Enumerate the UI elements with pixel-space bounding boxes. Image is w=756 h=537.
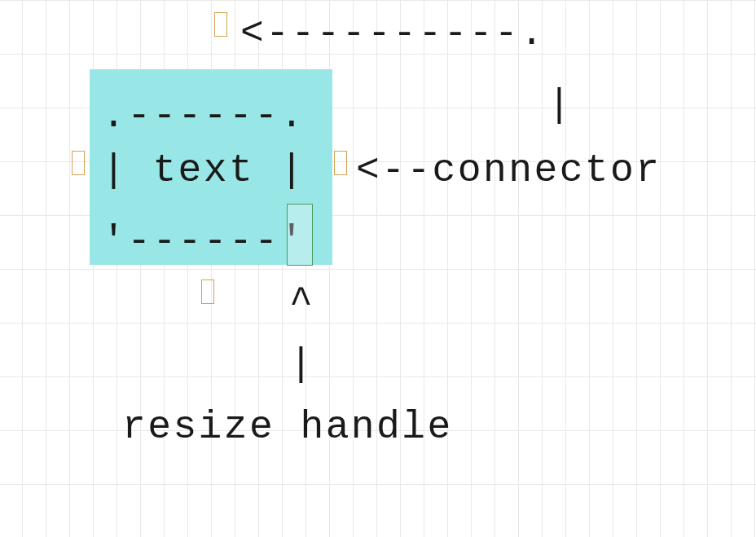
box-bottom-border: '------' — [102, 222, 305, 261]
connector-label: <--connector — [356, 151, 661, 190]
box-top-border: .------. — [102, 96, 305, 135]
top-right-vertical: | — [547, 86, 573, 125]
caret-icon: ^ — [289, 283, 314, 322]
connector-indicator-left[interactable] — [72, 151, 85, 175]
resize-handle[interactable] — [287, 204, 313, 266]
diagram-canvas[interactable]: .------. | text | '------' <----------. … — [0, 0, 756, 537]
connector-indicator-top[interactable] — [214, 12, 227, 37]
box-middle-text: | text | — [102, 151, 305, 190]
resize-handle-label: resize handle — [122, 407, 453, 447]
connector-indicator-right[interactable] — [334, 151, 347, 175]
top-arrow-line: <----------. — [240, 14, 545, 53]
connector-indicator-bottom[interactable] — [201, 280, 214, 304]
vertical-bar: | — [289, 345, 314, 384]
